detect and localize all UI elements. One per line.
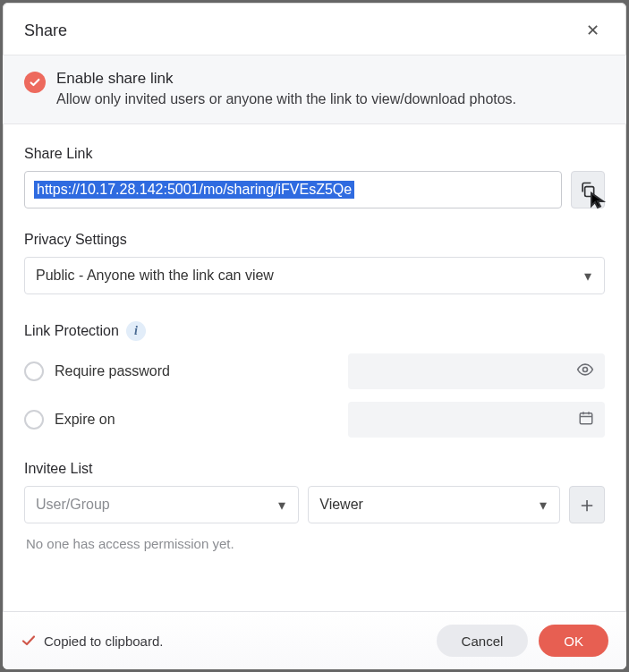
plus-icon: ＋ bbox=[576, 494, 598, 515]
require-password-toggle[interactable] bbox=[24, 362, 44, 381]
invitee-section: Invitee List User/Group ▾ Viewer ▾ ＋ No … bbox=[24, 461, 605, 564]
link-protection-label: Link Protection bbox=[24, 323, 119, 339]
eye-icon[interactable] bbox=[576, 361, 594, 382]
banner-sub: Allow only invited users or anyone with … bbox=[56, 91, 516, 107]
user-group-placeholder: User/Group bbox=[36, 497, 110, 513]
user-group-select[interactable]: User/Group ▾ bbox=[24, 486, 299, 523]
dialog-body: Share Link https://10.17.28.142:5001/mo/… bbox=[3, 124, 626, 611]
banner-heading: Enable share link bbox=[56, 70, 516, 88]
link-protection-section: Link Protection i Require password Expir bbox=[24, 321, 605, 438]
checkmark-icon bbox=[21, 633, 37, 649]
close-icon[interactable]: ✕ bbox=[581, 19, 605, 42]
invitee-list-label: Invitee List bbox=[24, 461, 605, 477]
cancel-button[interactable]: Cancel bbox=[437, 625, 529, 657]
expire-date-field[interactable] bbox=[348, 402, 605, 438]
share-link-input[interactable]: https://10.17.28.142:5001/mo/sharing/iFV… bbox=[24, 171, 562, 208]
share-link-row: https://10.17.28.142:5001/mo/sharing/iFV… bbox=[24, 171, 605, 208]
svg-point-1 bbox=[583, 368, 588, 372]
svg-rect-2 bbox=[580, 413, 592, 424]
role-value: Viewer bbox=[319, 497, 363, 513]
invitee-empty-note: No one has access permission yet. bbox=[24, 536, 605, 564]
expire-on-label: Expire on bbox=[55, 412, 115, 428]
add-invitee-button[interactable]: ＋ bbox=[569, 486, 605, 523]
dialog-footer: Copied to clipboard. Cancel OK bbox=[3, 611, 626, 669]
expire-on-toggle[interactable] bbox=[24, 410, 44, 430]
invitee-input-row: User/Group ▾ Viewer ▾ ＋ bbox=[24, 486, 605, 523]
chevron-down-icon: ▾ bbox=[278, 497, 285, 514]
chevron-down-icon: ▾ bbox=[540, 497, 547, 514]
checkmark-icon[interactable] bbox=[24, 72, 46, 93]
info-icon[interactable]: i bbox=[126, 321, 146, 341]
require-password-label: Require password bbox=[55, 363, 170, 379]
banner-text: Enable share link Allow only invited use… bbox=[56, 70, 516, 107]
copy-icon bbox=[579, 181, 597, 199]
enable-share-banner: Enable share link Allow only invited use… bbox=[3, 55, 626, 124]
copied-toast: Copied to clipboard. bbox=[21, 633, 426, 649]
role-select[interactable]: Viewer ▾ bbox=[308, 486, 560, 523]
privacy-value: Public - Anyone with the link can view bbox=[36, 268, 274, 284]
dialog-header: Share ✕ bbox=[3, 3, 626, 55]
share-dialog: Share ✕ Enable share link Allow only inv… bbox=[3, 3, 626, 669]
privacy-label: Privacy Settings bbox=[24, 232, 605, 248]
svg-rect-0 bbox=[585, 187, 594, 197]
copy-link-button[interactable] bbox=[571, 171, 605, 208]
share-link-label: Share Link bbox=[24, 146, 605, 162]
calendar-icon[interactable] bbox=[578, 410, 594, 430]
dialog-title: Share bbox=[24, 21, 67, 40]
require-password-row: Require password bbox=[24, 353, 605, 389]
chevron-down-icon: ▾ bbox=[584, 268, 591, 285]
ok-button[interactable]: OK bbox=[539, 625, 608, 657]
toast-text: Copied to clipboard. bbox=[44, 634, 163, 649]
expire-on-row: Expire on bbox=[24, 402, 605, 438]
privacy-section: Privacy Settings Public - Anyone with th… bbox=[24, 232, 605, 294]
privacy-select[interactable]: Public - Anyone with the link can view ▾ bbox=[24, 257, 605, 294]
password-field[interactable] bbox=[348, 353, 605, 389]
share-link-value: https://10.17.28.142:5001/mo/sharing/iFV… bbox=[34, 181, 354, 199]
